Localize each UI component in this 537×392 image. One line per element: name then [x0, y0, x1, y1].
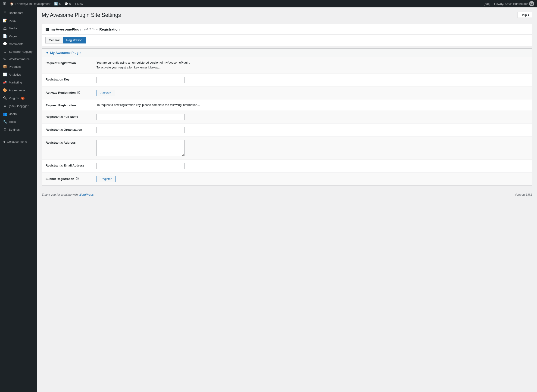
- sidebar-item-posts[interactable]: 📝 Posts: [0, 17, 37, 24]
- form-row-activate-registration: Activate Registration ⓘ Activate: [42, 87, 532, 99]
- tools-icon: 🔧: [3, 120, 7, 124]
- sidebar-item-eac-doojigger[interactable]: ⚙ {eac}Doojigger: [0, 102, 37, 110]
- collapse-menu-button[interactable]: ◀ Collapse menu: [0, 138, 37, 145]
- sidebar-item-label: {eac}Doojigger: [9, 104, 29, 108]
- sidebar-item-label: Analytics: [9, 73, 21, 76]
- form-label-submit-registration: Submit Registration ⓘ: [46, 176, 96, 181]
- form-row-request-registration-top: Request Registration You are currently u…: [42, 57, 532, 74]
- form-label-registrant-email: Registrant's Email Address: [46, 163, 96, 167]
- form-field-request-registration-bottom: To request a new registration key, pleas…: [96, 103, 528, 107]
- updates-bar[interactable]: 🔄 5: [54, 2, 61, 5]
- chevron-down-icon: ▾: [528, 13, 529, 17]
- section-header[interactable]: ▼ My Awesome Plugin: [42, 49, 532, 57]
- comments-icon: 💬: [3, 42, 7, 46]
- form-field-registrant-organization: [96, 127, 528, 133]
- wp-logo-bar[interactable]: ⊞: [3, 1, 6, 6]
- howdy-bar[interactable]: Howdy, Kevin Burkholder KB: [494, 1, 534, 6]
- wp-logo-icon: ⊞: [3, 1, 6, 6]
- form-row-registration-key: Registration Key: [42, 74, 532, 87]
- plugins-badge: 4: [21, 97, 25, 100]
- collapse-icon: ◀: [3, 140, 5, 143]
- sidebar-item-users[interactable]: 👥 Users: [0, 110, 37, 118]
- sidebar-item-label: Media: [9, 27, 17, 30]
- woocommerce-icon: W: [3, 57, 7, 61]
- avatar: KB: [529, 1, 534, 6]
- sidebar-item-products[interactable]: 📦 Products: [0, 63, 37, 70]
- users-icon: 👥: [3, 112, 7, 116]
- products-icon: 📦: [3, 65, 7, 69]
- form-label-activate-registration: Activate Registration ⓘ: [46, 90, 96, 95]
- form-label-registrant-address: Registrant's Address: [46, 140, 96, 144]
- new-bar[interactable]: + New: [75, 2, 83, 5]
- analytics-icon: 📊: [3, 72, 7, 77]
- sidebar-item-appearance[interactable]: 🎨 Appearance: [0, 86, 37, 94]
- site-name-bar[interactable]: 🏠 EarthAsylum Development: [10, 2, 50, 5]
- activate-button[interactable]: Activate: [96, 90, 115, 96]
- main-content: My Awesome Plugin Site Settings Help ▾ ▦…: [37, 7, 537, 392]
- settings-icon: ⚙: [3, 127, 7, 132]
- sidebar-item-software-registry[interactable]: 🗂 Software Registry: [0, 48, 37, 56]
- sidebar-item-label: Posts: [9, 19, 16, 23]
- form-row-registrant-email: Registrant's Email Address: [42, 159, 532, 173]
- appearance-icon: 🎨: [3, 88, 7, 92]
- register-button[interactable]: Register: [96, 176, 115, 182]
- sidebar-item-label: Tools: [9, 120, 16, 123]
- sidebar-item-label: Appearance: [9, 89, 25, 92]
- form-label-registrant-full-name: Registrant's Full Name: [46, 114, 96, 118]
- footer-thank-you: Thank you for creating with WordPress.: [42, 193, 95, 196]
- form-field-registrant-address: [96, 140, 528, 156]
- info-icon-submit: ⓘ: [76, 177, 79, 181]
- sidebar-item-label: Comments: [9, 42, 23, 46]
- eac-doojigger-icon: ⚙: [3, 104, 7, 108]
- sidebar-item-label: Software Registry: [9, 50, 33, 53]
- sidebar-item-pages[interactable]: 📄 Pages: [0, 32, 37, 40]
- form-label-request-registration-top: Request Registration: [46, 60, 96, 65]
- sidebar-item-woocommerce[interactable]: W WooCommerce: [0, 56, 37, 63]
- eac-bar[interactable]: {eac}: [484, 2, 490, 5]
- sidebar-item-label: Users: [9, 112, 17, 116]
- sidebar-item-comments[interactable]: 💬 Comments: [0, 40, 37, 48]
- tabs-row: General Registration: [42, 34, 532, 46]
- tab-general[interactable]: General: [45, 37, 63, 43]
- registrant-email-input[interactable]: [96, 163, 185, 169]
- plugin-version: (v1.2.3): [84, 28, 95, 31]
- info-icon-activate: ⓘ: [77, 91, 80, 95]
- media-icon: 🖼: [3, 26, 7, 30]
- registrant-full-name-input[interactable]: [96, 114, 185, 120]
- sidebar-item-dashboard[interactable]: ⊞ Dashboard: [0, 9, 37, 17]
- plugin-icon: ▦: [45, 27, 49, 32]
- registrant-address-textarea[interactable]: [96, 140, 185, 156]
- form-label-registration-key: Registration Key: [46, 77, 96, 81]
- form-row-registrant-address: Registrant's Address: [42, 137, 532, 159]
- wordpress-link[interactable]: WordPress: [79, 193, 94, 196]
- registrant-organization-input[interactable]: [96, 127, 185, 133]
- sidebar-item-marketing[interactable]: 📣 Marketing: [0, 78, 37, 86]
- wp-footer: Thank you for creating with WordPress. V…: [42, 190, 532, 196]
- tab-registration[interactable]: Registration: [63, 37, 86, 43]
- help-button[interactable]: Help ▾: [518, 12, 532, 18]
- form-value-request-registration-bottom: To request a new registration key, pleas…: [96, 103, 200, 107]
- sidebar-item-label: Marketing: [9, 81, 22, 84]
- form-label-registrant-organization: Registrant's Organization: [46, 127, 96, 131]
- chevron-icon: ▼: [46, 51, 49, 55]
- dashboard-icon: ⊞: [3, 11, 7, 15]
- plugin-section: Registration: [99, 27, 120, 31]
- sidebar-item-analytics[interactable]: 📊 Analytics: [0, 70, 37, 78]
- sidebar-item-label: Pages: [9, 34, 17, 38]
- registration-key-input[interactable]: [96, 77, 185, 83]
- software-registry-icon: 🗂: [3, 50, 7, 54]
- marketing-icon: 📣: [3, 80, 7, 84]
- sidebar-item-media[interactable]: 🖼 Media: [0, 24, 37, 32]
- home-icon: 🏠: [10, 2, 14, 5]
- plugins-icon: 🔌: [3, 96, 7, 100]
- comments-bar[interactable]: 💬 0: [64, 2, 71, 5]
- updates-icon: 🔄: [54, 2, 58, 5]
- plugin-name: myAwesomePlugin: [51, 27, 82, 31]
- form-container: ▼ My Awesome Plugin Request Registration…: [42, 48, 532, 186]
- form-value-request-registration-top: You are currently using an unregistered …: [96, 60, 190, 70]
- form-field-registration-key: [96, 77, 528, 83]
- sidebar-item-plugins[interactable]: 🔌 Plugins 4: [0, 94, 37, 102]
- pages-icon: 📄: [3, 34, 7, 38]
- sidebar-item-settings[interactable]: ⚙ Settings: [0, 126, 37, 133]
- sidebar-item-tools[interactable]: 🔧 Tools: [0, 118, 37, 126]
